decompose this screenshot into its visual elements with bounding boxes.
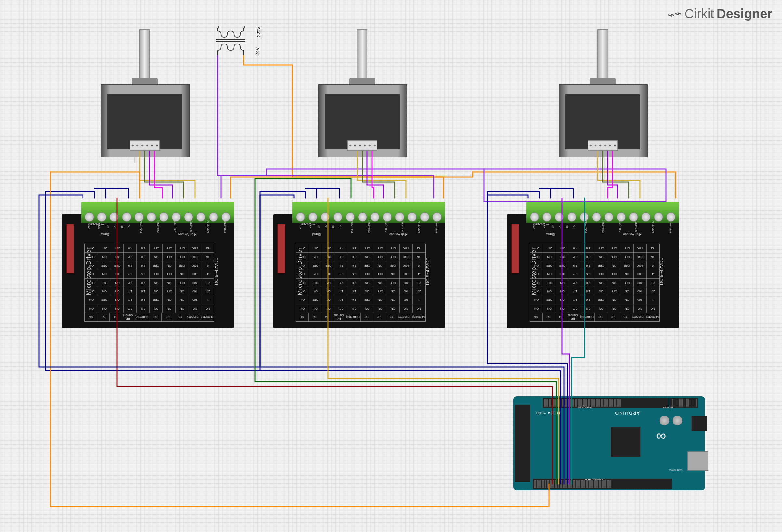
header-pin[interactable] <box>682 399 683 407</box>
header-pin[interactable] <box>685 399 685 407</box>
header-pin[interactable] <box>552 480 554 488</box>
header-pin[interactable] <box>591 480 593 488</box>
header-pin[interactable] <box>583 480 585 488</box>
stepper-motor-2[interactable] <box>318 29 406 149</box>
header-pin[interactable] <box>570 480 572 488</box>
header-pin[interactable] <box>676 399 676 407</box>
terminal-screw[interactable] <box>333 213 343 222</box>
header-pin[interactable] <box>614 399 616 407</box>
header-pin[interactable] <box>675 399 675 407</box>
terminal-screw[interactable] <box>407 213 417 222</box>
header-pin[interactable] <box>672 399 673 407</box>
header-pin[interactable] <box>560 399 561 407</box>
header-pin[interactable] <box>685 399 686 407</box>
header-pin[interactable] <box>617 399 618 407</box>
header-pin[interactable] <box>606 399 608 407</box>
header-pin[interactable] <box>596 399 598 407</box>
driver-dip-switches[interactable] <box>66 224 74 273</box>
header-pin[interactable] <box>671 399 671 407</box>
header-pin[interactable] <box>558 480 560 488</box>
header-pin[interactable] <box>604 480 606 488</box>
header-pin[interactable] <box>560 480 562 488</box>
header-pin[interactable] <box>609 399 611 407</box>
header-pin[interactable] <box>588 399 590 407</box>
terminal-screw[interactable] <box>296 213 305 222</box>
terminal-screw[interactable] <box>420 213 429 222</box>
terminal-screw[interactable] <box>641 213 650 222</box>
mega-header-side[interactable] <box>514 405 530 482</box>
header-pin[interactable] <box>586 480 588 488</box>
header-pin[interactable] <box>599 480 601 488</box>
header-pin[interactable] <box>589 480 591 488</box>
header-pin[interactable] <box>689 399 689 407</box>
terminal-screw[interactable] <box>370 213 380 222</box>
terminal-screw[interactable] <box>604 213 613 222</box>
terminal-screw[interactable] <box>196 213 205 222</box>
usb-port[interactable] <box>687 451 708 470</box>
header-pin[interactable] <box>544 480 546 488</box>
mega-header-top-2[interactable] <box>669 397 698 408</box>
terminal-screw[interactable] <box>159 213 168 222</box>
power-jack[interactable] <box>691 416 707 431</box>
terminal-screw[interactable] <box>358 213 367 222</box>
header-pin[interactable] <box>542 480 544 488</box>
microstep-driver-2[interactable]: ENA-(ENA)ENA+(+5V)DIR-(DIR)DIR+(+5V)PUL-… <box>273 214 445 328</box>
header-pin[interactable] <box>578 399 579 407</box>
terminal-screw[interactable] <box>542 213 551 222</box>
header-pin[interactable] <box>694 399 694 407</box>
header-pin[interactable] <box>565 399 567 407</box>
header-pin[interactable] <box>583 399 585 407</box>
microstep-driver-1[interactable]: ENA-(ENA)ENA+(+5V)DIR-(DIR)DIR+(+5V)PUL-… <box>62 214 234 328</box>
terminal-screw[interactable] <box>122 213 131 222</box>
header-pin[interactable] <box>674 399 674 407</box>
header-pin[interactable] <box>604 399 606 407</box>
header-pin[interactable] <box>549 399 551 407</box>
header-pin[interactable] <box>580 399 582 407</box>
header-pin[interactable] <box>691 399 691 407</box>
header-pin[interactable] <box>696 399 697 407</box>
header-pin[interactable] <box>607 480 609 488</box>
header-pin[interactable] <box>585 399 588 407</box>
header-pin[interactable] <box>672 399 672 407</box>
header-pin[interactable] <box>537 480 539 488</box>
header-pin[interactable] <box>562 399 564 407</box>
header-pin[interactable] <box>568 480 570 488</box>
terminal-screw[interactable] <box>530 213 539 222</box>
header-pin[interactable] <box>557 399 559 407</box>
header-pin[interactable] <box>695 399 695 407</box>
header-pin[interactable] <box>597 480 598 488</box>
header-pin[interactable] <box>673 399 674 407</box>
terminal-screw[interactable] <box>209 213 218 222</box>
header-pin[interactable] <box>602 480 604 488</box>
header-pin[interactable] <box>598 399 600 407</box>
header-pin[interactable] <box>539 480 541 488</box>
driver-dip-switches[interactable] <box>278 224 285 273</box>
header-pin[interactable] <box>686 399 687 407</box>
header-pin[interactable] <box>681 399 682 407</box>
header-pin[interactable] <box>565 480 567 488</box>
header-pin[interactable] <box>546 399 548 407</box>
stepper-motor-1[interactable] <box>101 29 188 149</box>
header-pin[interactable] <box>692 399 693 407</box>
header-pin[interactable] <box>594 480 596 488</box>
header-pin[interactable] <box>573 480 575 488</box>
terminal-screw[interactable] <box>109 213 118 222</box>
terminal-screw[interactable] <box>567 213 576 222</box>
header-pin[interactable] <box>690 399 690 407</box>
header-pin[interactable] <box>679 399 679 407</box>
driver-dip-switches[interactable] <box>511 224 519 273</box>
header-pin[interactable] <box>696 399 696 407</box>
header-pin[interactable] <box>581 480 583 488</box>
terminal-screw[interactable] <box>654 213 663 222</box>
stepper-motor-3[interactable] <box>559 29 646 149</box>
header-pin[interactable] <box>601 399 603 407</box>
header-pin[interactable] <box>692 399 692 407</box>
header-pin[interactable] <box>575 399 577 407</box>
header-pin[interactable] <box>547 480 549 488</box>
terminal-screw[interactable] <box>555 213 564 222</box>
mega-header-top[interactable] <box>542 397 669 408</box>
header-pin[interactable] <box>567 399 569 407</box>
header-pin[interactable] <box>550 480 552 488</box>
terminal-screw[interactable] <box>97 213 106 222</box>
header-pin[interactable] <box>578 480 580 488</box>
